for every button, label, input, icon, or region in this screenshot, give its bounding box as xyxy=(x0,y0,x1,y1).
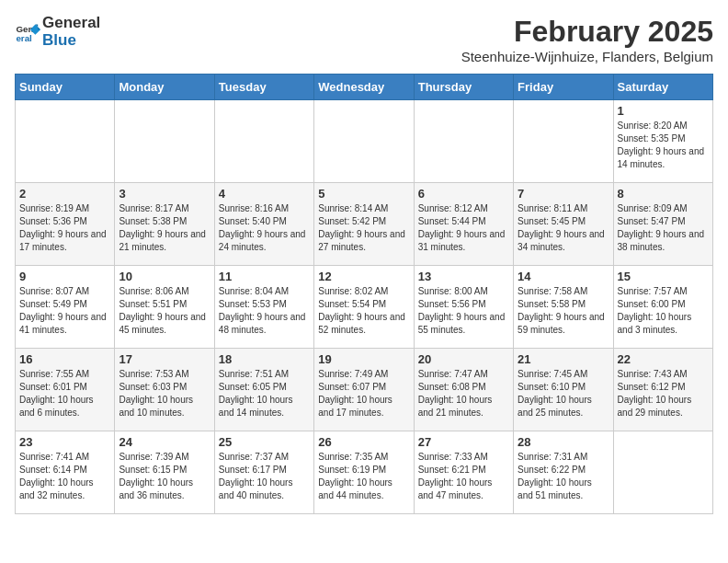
calendar-cell: 19Sunrise: 7:49 AM Sunset: 6:07 PM Dayli… xyxy=(314,349,414,431)
calendar-cell: 13Sunrise: 8:00 AM Sunset: 5:56 PM Dayli… xyxy=(414,266,513,349)
calendar-cell: 3Sunrise: 8:17 AM Sunset: 5:38 PM Daylig… xyxy=(115,183,214,266)
calendar-cell: 26Sunrise: 7:35 AM Sunset: 6:19 PM Dayli… xyxy=(314,431,414,514)
day-info: Sunrise: 7:55 AM Sunset: 6:01 PM Dayligh… xyxy=(19,368,110,419)
calendar-cell: 4Sunrise: 8:16 AM Sunset: 5:40 PM Daylig… xyxy=(214,183,313,266)
day-number: 6 xyxy=(418,187,509,201)
day-number: 8 xyxy=(618,187,709,201)
calendar-cell: 21Sunrise: 7:45 AM Sunset: 6:10 PM Dayli… xyxy=(514,349,613,431)
day-info: Sunrise: 8:07 AM Sunset: 5:49 PM Dayligh… xyxy=(19,285,110,337)
day-info: Sunrise: 7:33 AM Sunset: 6:21 PM Dayligh… xyxy=(418,451,509,502)
calendar-cell: 22Sunrise: 7:43 AM Sunset: 6:12 PM Dayli… xyxy=(613,349,712,431)
day-number: 20 xyxy=(418,352,509,366)
calendar-cell: 1Sunrise: 8:20 AM Sunset: 5:35 PM Daylig… xyxy=(613,100,712,183)
calendar-cell: 17Sunrise: 7:53 AM Sunset: 6:03 PM Dayli… xyxy=(115,349,214,431)
calendar-header: Sunday Monday Tuesday Wednesday Thursday… xyxy=(16,75,713,100)
day-info: Sunrise: 7:39 AM Sunset: 6:15 PM Dayligh… xyxy=(119,451,210,502)
logo: Gen eral General Blue xyxy=(15,15,100,49)
day-info: Sunrise: 7:47 AM Sunset: 6:08 PM Dayligh… xyxy=(418,368,509,419)
day-number: 23 xyxy=(19,435,110,449)
logo-icon: Gen eral xyxy=(15,19,40,45)
day-info: Sunrise: 8:16 AM Sunset: 5:40 PM Dayligh… xyxy=(219,202,310,254)
calendar-cell xyxy=(115,100,214,183)
col-friday: Friday xyxy=(514,75,613,100)
svg-text:eral: eral xyxy=(16,32,32,42)
day-info: Sunrise: 8:06 AM Sunset: 5:51 PM Dayligh… xyxy=(119,285,210,337)
day-number: 4 xyxy=(219,187,310,201)
calendar-cell xyxy=(414,100,513,183)
calendar-cell: 27Sunrise: 7:33 AM Sunset: 6:21 PM Dayli… xyxy=(414,431,513,514)
day-info: Sunrise: 7:41 AM Sunset: 6:14 PM Dayligh… xyxy=(19,451,110,502)
day-info: Sunrise: 8:14 AM Sunset: 5:42 PM Dayligh… xyxy=(318,202,409,254)
day-number: 26 xyxy=(318,435,409,449)
calendar-cell xyxy=(613,431,712,514)
calendar-week-3: 9Sunrise: 8:07 AM Sunset: 5:49 PM Daylig… xyxy=(16,266,713,349)
day-info: Sunrise: 7:58 AM Sunset: 5:58 PM Dayligh… xyxy=(518,285,609,337)
calendar-table: Sunday Monday Tuesday Wednesday Thursday… xyxy=(15,74,713,514)
col-wednesday: Wednesday xyxy=(314,75,414,100)
calendar-cell: 15Sunrise: 7:57 AM Sunset: 6:00 PM Dayli… xyxy=(613,266,712,349)
col-sunday: Sunday xyxy=(16,75,115,100)
day-info: Sunrise: 7:49 AM Sunset: 6:07 PM Dayligh… xyxy=(318,368,409,419)
calendar-week-5: 23Sunrise: 7:41 AM Sunset: 6:14 PM Dayli… xyxy=(16,431,713,514)
day-number: 13 xyxy=(418,270,509,283)
day-number: 15 xyxy=(618,270,709,283)
day-info: Sunrise: 8:17 AM Sunset: 5:38 PM Dayligh… xyxy=(119,202,210,254)
calendar-cell: 8Sunrise: 8:09 AM Sunset: 5:47 PM Daylig… xyxy=(613,183,712,266)
calendar-cell: 10Sunrise: 8:06 AM Sunset: 5:51 PM Dayli… xyxy=(115,266,214,349)
day-info: Sunrise: 7:51 AM Sunset: 6:05 PM Dayligh… xyxy=(219,368,310,419)
calendar-cell: 28Sunrise: 7:31 AM Sunset: 6:22 PM Dayli… xyxy=(514,431,613,514)
day-number: 28 xyxy=(518,435,609,449)
calendar-cell: 20Sunrise: 7:47 AM Sunset: 6:08 PM Dayli… xyxy=(414,349,513,431)
calendar-cell: 2Sunrise: 8:19 AM Sunset: 5:36 PM Daylig… xyxy=(16,183,115,266)
calendar-week-1: 1Sunrise: 8:20 AM Sunset: 5:35 PM Daylig… xyxy=(16,100,713,183)
calendar-cell: 11Sunrise: 8:04 AM Sunset: 5:53 PM Dayli… xyxy=(214,266,313,349)
day-number: 12 xyxy=(318,270,409,283)
day-info: Sunrise: 7:37 AM Sunset: 6:17 PM Dayligh… xyxy=(219,451,310,502)
calendar-cell: 5Sunrise: 8:14 AM Sunset: 5:42 PM Daylig… xyxy=(314,183,414,266)
calendar-body: 1Sunrise: 8:20 AM Sunset: 5:35 PM Daylig… xyxy=(16,100,713,514)
header-row: Sunday Monday Tuesday Wednesday Thursday… xyxy=(16,75,713,100)
day-number: 11 xyxy=(219,270,310,283)
day-number: 7 xyxy=(518,187,609,201)
day-number: 17 xyxy=(119,352,210,366)
day-info: Sunrise: 8:04 AM Sunset: 5:53 PM Dayligh… xyxy=(219,285,310,337)
calendar-cell: 23Sunrise: 7:41 AM Sunset: 6:14 PM Dayli… xyxy=(16,431,115,514)
calendar-cell: 6Sunrise: 8:12 AM Sunset: 5:44 PM Daylig… xyxy=(414,183,513,266)
day-number: 22 xyxy=(618,352,709,366)
calendar-week-4: 16Sunrise: 7:55 AM Sunset: 6:01 PM Dayli… xyxy=(16,349,713,431)
main-title: February 2025 xyxy=(461,15,713,49)
calendar-cell xyxy=(314,100,414,183)
day-number: 25 xyxy=(219,435,310,449)
day-number: 27 xyxy=(418,435,509,449)
col-thursday: Thursday xyxy=(414,75,513,100)
calendar-week-2: 2Sunrise: 8:19 AM Sunset: 5:36 PM Daylig… xyxy=(16,183,713,266)
day-info: Sunrise: 8:20 AM Sunset: 5:35 PM Dayligh… xyxy=(618,120,709,171)
day-number: 9 xyxy=(19,270,110,283)
day-info: Sunrise: 7:57 AM Sunset: 6:00 PM Dayligh… xyxy=(618,285,709,337)
day-info: Sunrise: 8:11 AM Sunset: 5:45 PM Dayligh… xyxy=(518,202,609,254)
day-number: 10 xyxy=(119,270,210,283)
day-number: 14 xyxy=(518,270,609,283)
day-info: Sunrise: 8:00 AM Sunset: 5:56 PM Dayligh… xyxy=(418,285,509,337)
col-saturday: Saturday xyxy=(613,75,712,100)
day-info: Sunrise: 7:31 AM Sunset: 6:22 PM Dayligh… xyxy=(518,451,609,502)
day-number: 24 xyxy=(119,435,210,449)
day-number: 3 xyxy=(119,187,210,201)
day-number: 19 xyxy=(318,352,409,366)
day-number: 5 xyxy=(318,187,409,201)
calendar-cell: 9Sunrise: 8:07 AM Sunset: 5:49 PM Daylig… xyxy=(16,266,115,349)
calendar-cell: 12Sunrise: 8:02 AM Sunset: 5:54 PM Dayli… xyxy=(314,266,414,349)
title-area: February 2025 Steenhuize-Wijnhuize, Flan… xyxy=(461,15,713,64)
day-number: 2 xyxy=(19,187,110,201)
day-number: 21 xyxy=(518,352,609,366)
logo-text: General Blue xyxy=(42,15,100,49)
subtitle: Steenhuize-Wijnhuize, Flanders, Belgium xyxy=(461,49,713,64)
calendar-cell xyxy=(514,100,613,183)
day-info: Sunrise: 7:43 AM Sunset: 6:12 PM Dayligh… xyxy=(618,368,709,419)
header: Gen eral General Blue February 2025 Stee… xyxy=(15,15,713,64)
day-number: 16 xyxy=(19,352,110,366)
calendar-cell: 18Sunrise: 7:51 AM Sunset: 6:05 PM Dayli… xyxy=(214,349,313,431)
day-number: 18 xyxy=(219,352,310,366)
day-info: Sunrise: 8:12 AM Sunset: 5:44 PM Dayligh… xyxy=(418,202,509,254)
day-info: Sunrise: 7:53 AM Sunset: 6:03 PM Dayligh… xyxy=(119,368,210,419)
